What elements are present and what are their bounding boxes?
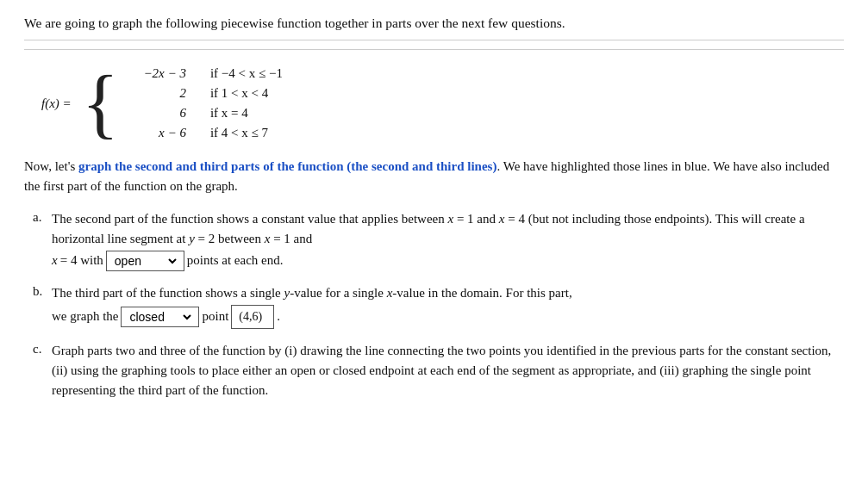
q-b-point-label: point: [202, 307, 228, 326]
q-c-text: Graph parts two and three of the functio…: [52, 344, 831, 398]
q-b-text1: The third part of the function shows a s…: [52, 283, 572, 303]
q-b-inline2: we graph the open closed half-open point…: [52, 305, 844, 329]
case-row: 2if 1 < x < 4: [124, 84, 290, 103]
questions-section: a. The second part of the function shows…: [33, 209, 844, 401]
fx-label: f(x) =: [41, 96, 72, 111]
case-condition: if 1 < x < 4: [193, 84, 290, 103]
case-condition: if x = 4: [193, 103, 290, 123]
question-c: c. Graph parts two and three of the func…: [33, 341, 844, 401]
q-a-dropdown-box[interactable]: open closed half-open: [106, 251, 184, 271]
q-b-dropdown[interactable]: open closed half-open: [126, 309, 194, 325]
q-a-x4: x: [52, 251, 58, 270]
q-b-point-value: (4,6): [231, 305, 274, 329]
case-expr: x − 6: [124, 123, 193, 143]
case-expr: −2x − 3: [124, 64, 193, 84]
highlighted-text: graph the second and third parts of the …: [78, 159, 496, 173]
question-a: a. The second part of the function shows…: [33, 209, 844, 272]
q-b-content: The third part of the function shows a s…: [52, 283, 844, 329]
divider-top: [24, 49, 844, 50]
intro-paragraph: We are going to graph the following piec…: [24, 16, 844, 40]
q-a-text1: The second part of the function shows a …: [52, 212, 805, 245]
case-condition: if 4 < x ≤ 7: [193, 123, 290, 143]
case-row: x − 6if 4 < x ≤ 7: [124, 123, 290, 143]
cases-table: −2x − 3if −4 < x ≤ −12if 1 < x < 46if x …: [124, 64, 290, 143]
q-a-dropdown[interactable]: open closed half-open: [111, 253, 179, 269]
piecewise-function: f(x) = { −2x − 3if −4 < x ≤ −12if 1 < x …: [41, 64, 844, 143]
q-a-content: The second part of the function shows a …: [52, 209, 844, 272]
case-row: −2x − 3if −4 < x ≤ −1: [124, 64, 290, 84]
q-c-content: Graph parts two and three of the functio…: [52, 341, 844, 401]
q-a-eq: = 4 with: [60, 251, 103, 270]
q-c-label: c.: [33, 341, 52, 357]
q-b-period: .: [277, 307, 280, 326]
left-brace: {: [82, 65, 119, 142]
description-paragraph: Now, let's graph the second and third pa…: [24, 157, 844, 197]
q-b-inline: The third part of the function shows a s…: [52, 283, 844, 303]
q-a-points-text: points at each end.: [187, 251, 284, 270]
q-a-label: a.: [33, 209, 52, 225]
q-a-inline: x = 4 with open closed half-open points …: [52, 251, 844, 271]
question-b: b. The third part of the function shows …: [33, 283, 844, 329]
q-b-label: b.: [33, 283, 52, 299]
case-expr: 2: [124, 84, 193, 103]
case-expr: 6: [124, 103, 193, 123]
q-b-text2: we graph the: [52, 307, 118, 326]
case-condition: if −4 < x ≤ −1: [193, 64, 290, 84]
case-row: 6if x = 4: [124, 103, 290, 123]
q-b-dropdown-box[interactable]: open closed half-open: [121, 307, 199, 327]
